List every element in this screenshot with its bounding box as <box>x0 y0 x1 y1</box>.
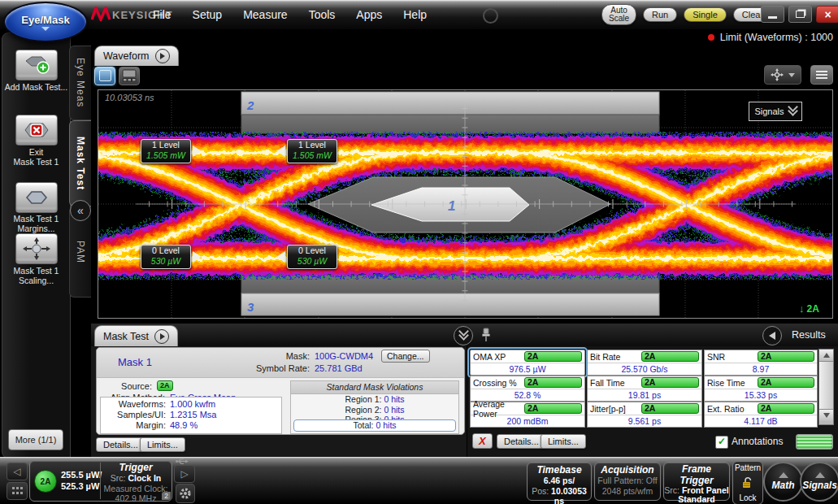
one-level-marker-left[interactable]: 1 Level 1.505 mW <box>141 139 191 163</box>
zero-level-marker-left[interactable]: 0 Level 530 µW <box>141 245 191 269</box>
nav-right-icon: ▷ <box>180 468 188 480</box>
scroll-up-button[interactable] <box>819 350 833 361</box>
result-cell-average-power[interactable]: Average Power2A 200 mdBm <box>470 402 585 428</box>
app-mode-button[interactable]: Eye/Mask <box>3 2 88 42</box>
results-limits-button[interactable]: Limits... <box>541 434 586 449</box>
app-mode-label: Eye/Mask <box>21 14 69 26</box>
results-scrollbar[interactable] <box>818 349 834 425</box>
nav-left-icon: ◁ <box>13 466 20 477</box>
result-cell-rise-time[interactable]: Rise Time2A 15.33 ps <box>704 376 818 402</box>
scroll-down-button[interactable] <box>819 410 833 421</box>
result-cell-oma-xp[interactable]: OMA XP2A 976.5 µW <box>470 350 585 376</box>
play-icon[interactable] <box>155 49 170 63</box>
menu-file[interactable]: File <box>153 8 172 21</box>
settings-button[interactable] <box>176 484 195 503</box>
acquisition-panel[interactable]: Acquisition Full Pattern: Off 2048 pts/w… <box>594 462 661 501</box>
usb-icon <box>176 458 189 465</box>
result-cell-crossing[interactable]: Crossing %2A 52.8 % <box>470 376 585 402</box>
trigger-count-badge: 2 <box>162 492 171 500</box>
signals-button[interactable]: Signals <box>800 462 838 502</box>
mask-details-button[interactable]: Details... <box>96 437 145 452</box>
grid-view-button[interactable] <box>119 67 140 85</box>
collapse-icon: « <box>77 204 84 217</box>
channel-trigger-panel[interactable]: 2A 255.5 µW/ 525.3 µW Trigger Src: Clock… <box>29 460 172 502</box>
mask-scaling-label: Mask Test 1 Scaling... <box>2 266 70 285</box>
marker-left-icon[interactable] <box>276 251 285 263</box>
zero-level-marker-right[interactable]: 0 Level 530 µW <box>287 245 337 269</box>
exit-mask-test-button[interactable] <box>15 115 58 146</box>
close-button[interactable]: × <box>816 6 838 23</box>
capture-icon[interactable] <box>483 8 498 24</box>
result-cell-fall-time[interactable]: Fall Time2A 19.81 ps <box>587 376 702 402</box>
title-bar: KEYSIGHT File Setup Measure Tools Apps H… <box>0 0 838 30</box>
pattern-lock-button[interactable]: Pattern Lock <box>732 461 763 504</box>
play-icon[interactable] <box>154 329 169 344</box>
tab-mask-test-panel[interactable]: Mask Test <box>94 325 178 346</box>
run-controls: Auto Scale Run Single Clear <box>601 4 772 25</box>
minimize-button[interactable] <box>761 6 784 23</box>
scroll-panels-right-button[interactable]: ▷ <box>174 465 195 483</box>
exit-mask-icon <box>23 119 50 141</box>
signals-dropdown[interactable]: Signals <box>749 102 802 121</box>
panel-grid-button[interactable] <box>7 482 28 500</box>
menu-apps[interactable]: Apps <box>356 8 382 21</box>
eye-diagram-plot[interactable]: 2 3 1 10.03053 ns 1 Level 1.505 mW 1 Lev… <box>98 89 833 319</box>
menu-help[interactable]: Help <box>403 8 427 21</box>
display-menu-button[interactable] <box>810 65 833 85</box>
mask-limits-button[interactable]: Limits... <box>140 437 185 452</box>
grid-view-icon <box>120 67 138 83</box>
annotation-color-button[interactable] <box>796 434 833 450</box>
one-level-marker-right[interactable]: 1 Level 1.505 mW <box>287 139 337 163</box>
expand-results-button[interactable] <box>762 326 782 345</box>
tab-eye-meas[interactable]: Eye Meas <box>69 46 91 120</box>
add-mask-test-button[interactable] <box>15 50 58 80</box>
result-cell-ext-ratio[interactable]: Ext. Ratio2A 4.117 dB <box>704 402 818 428</box>
panel-tab-bar: Mask Test Results <box>91 324 838 346</box>
chevron-left-icon <box>769 332 775 340</box>
single-button[interactable]: Single <box>684 7 727 22</box>
frame-trigger-panel[interactable]: Frame Trigger Src: Front Panel Standard … <box>663 462 730 501</box>
minimize-icon <box>768 16 777 19</box>
more-button[interactable]: More (1/1) <box>8 429 63 450</box>
collapse-sidebar-button[interactable]: « <box>70 200 91 221</box>
mask-value: 100G-CWDM4 <box>315 351 373 361</box>
restore-button[interactable] <box>788 6 812 23</box>
annotations-checkbox[interactable]: ✓ <box>715 436 728 449</box>
collapse-panel-button[interactable] <box>454 326 473 345</box>
mask-margins-button[interactable] <box>15 182 58 213</box>
mask-scaling-button[interactable] <box>15 233 58 264</box>
delete-measurement-button[interactable]: X <box>472 433 493 449</box>
timebase-panel[interactable]: Timebase 6.46 ps/ Pos: 10.03053 ns <box>527 462 592 501</box>
change-mask-button[interactable]: Change... <box>381 350 430 363</box>
chevron-down-icon <box>789 106 797 115</box>
auto-scale-button[interactable]: Auto Scale <box>601 4 636 25</box>
result-cell-bit-rate[interactable]: Bit Rate2A 25.570 Gb/s <box>587 350 702 376</box>
marker-right-icon[interactable] <box>193 146 202 157</box>
results-details-button[interactable]: Details... <box>497 434 546 449</box>
single-view-button[interactable] <box>94 67 115 85</box>
math-button[interactable]: Math <box>763 462 803 502</box>
channel-badge: 2A <box>758 351 814 362</box>
marker-left-icon[interactable] <box>276 146 285 157</box>
keysight-logo-icon <box>91 7 111 21</box>
result-cell-jitter[interactable]: Jitter[p-p]2A 9.561 ps <box>587 402 702 428</box>
timebase-pos-label: Pos: <box>532 486 549 496</box>
menu-setup[interactable]: Setup <box>193 8 223 21</box>
pan-tool-button[interactable] <box>764 65 801 85</box>
samples-label: Samples/UI: <box>104 410 166 419</box>
scroll-panels-left-button[interactable]: ◁ <box>7 463 28 480</box>
tab-mask-test[interactable]: Mask Test <box>69 120 91 206</box>
symbol-rate-value: 25.781 GBd <box>315 363 363 373</box>
marker-right-icon[interactable] <box>193 251 202 263</box>
mask-stats-box: Waveforms: 1.000 kwfm Samples/UI: 1.2315… <box>100 397 282 434</box>
run-button[interactable]: Run <box>643 7 677 22</box>
result-cell-snr[interactable]: SNR2A 8.97 <box>704 350 818 376</box>
limit-text: Limit (Waveforms) : 1000 <box>720 32 833 43</box>
menu-measure[interactable]: Measure <box>243 8 287 21</box>
tab-waveform[interactable]: Waveform <box>94 46 179 66</box>
mask-region-3 <box>241 275 659 315</box>
down-arrow-icon: ↓ <box>799 302 805 315</box>
pin-icon[interactable] <box>481 328 491 342</box>
menu-tools[interactable]: Tools <box>309 8 336 21</box>
scrollbar-thumb[interactable] <box>819 361 833 410</box>
